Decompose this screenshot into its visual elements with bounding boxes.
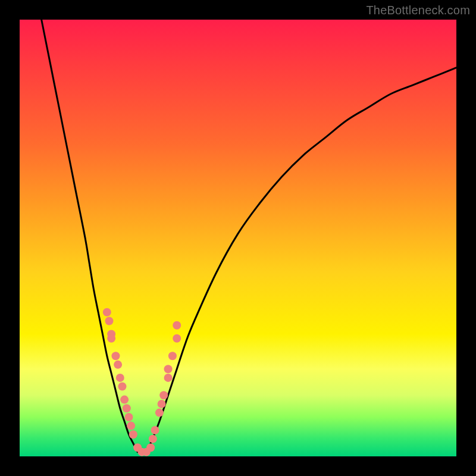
marker-dot — [173, 334, 181, 343]
chart-svg — [20, 20, 456, 456]
marker-dot — [103, 308, 111, 317]
marker-dot — [146, 443, 155, 452]
outer-frame: TheBottleneck.com — [0, 0, 476, 476]
marker-dot — [173, 321, 181, 330]
marker-dot — [159, 391, 168, 399]
marker-dot — [111, 352, 120, 360]
marker-dot — [114, 361, 122, 369]
marker-dot — [120, 396, 129, 404]
marker-dot — [125, 413, 133, 421]
plot-area — [20, 20, 456, 456]
marker-dot — [149, 435, 157, 443]
watermark-text: TheBottleneck.com — [366, 4, 470, 17]
marker-dot — [105, 317, 113, 325]
marker-dot — [123, 404, 131, 412]
marker-dot — [158, 400, 166, 408]
marker-dot — [116, 374, 124, 382]
curve-right-curve — [146, 68, 456, 452]
marker-dot — [164, 365, 173, 373]
marker-dot — [168, 352, 177, 360]
curve-layer — [42, 20, 456, 452]
marker-dot — [107, 334, 115, 343]
marker-dot — [129, 430, 137, 439]
marker-dot — [127, 422, 135, 430]
marker-dot — [164, 374, 173, 382]
marker-layer — [103, 308, 181, 456]
marker-dot — [151, 426, 159, 434]
marker-dot — [118, 383, 126, 391]
marker-dot — [155, 409, 164, 417]
